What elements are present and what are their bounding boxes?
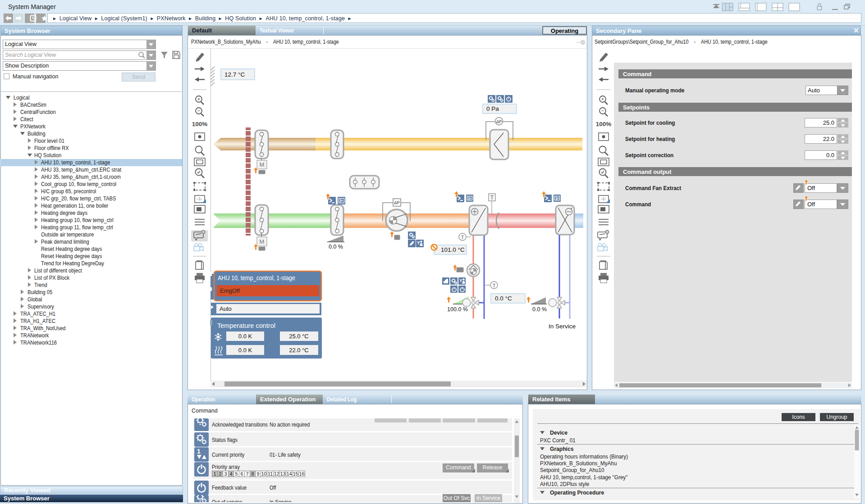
svg-text:0 Pa: 0 Pa bbox=[486, 105, 499, 112]
svg-text:1: 1 bbox=[197, 448, 201, 455]
svg-text:In Service: In Service bbox=[549, 323, 576, 330]
svg-text:Temperature control: Temperature control bbox=[217, 322, 275, 329]
svg-text:T: T bbox=[493, 283, 496, 288]
svg-text:AHU 10, temp_control, 1-stage: AHU 10, temp_control, 1-stage bbox=[218, 274, 295, 282]
svg-text:0.0 K: 0.0 K bbox=[238, 347, 252, 354]
svg-text:T: T bbox=[490, 195, 494, 201]
svg-text:ΔP: ΔP bbox=[394, 200, 400, 205]
svg-text:0.0 K: 0.0 K bbox=[238, 333, 252, 340]
svg-text:ΔP: ΔP bbox=[496, 119, 502, 124]
svg-text:M: M bbox=[260, 238, 265, 245]
svg-text:M: M bbox=[260, 161, 265, 168]
svg-text:EmgOff: EmgOff bbox=[220, 287, 240, 294]
svg-text:T: T bbox=[461, 235, 464, 240]
svg-text:Auto: Auto bbox=[220, 305, 232, 312]
svg-text:25.0 °C: 25.0 °C bbox=[289, 333, 309, 340]
svg-text:101.0 °C: 101.0 °C bbox=[441, 246, 465, 253]
svg-text:0.0 °C: 0.0 °C bbox=[495, 295, 512, 302]
svg-text:0.0 %: 0.0 % bbox=[532, 306, 547, 313]
svg-text:22.0 °C: 22.0 °C bbox=[289, 347, 309, 354]
svg-text:100.0 %: 100.0 % bbox=[447, 306, 468, 313]
svg-text:12.7 °C: 12.7 °C bbox=[224, 71, 245, 78]
svg-text:0.0 %: 0.0 % bbox=[329, 244, 343, 250]
